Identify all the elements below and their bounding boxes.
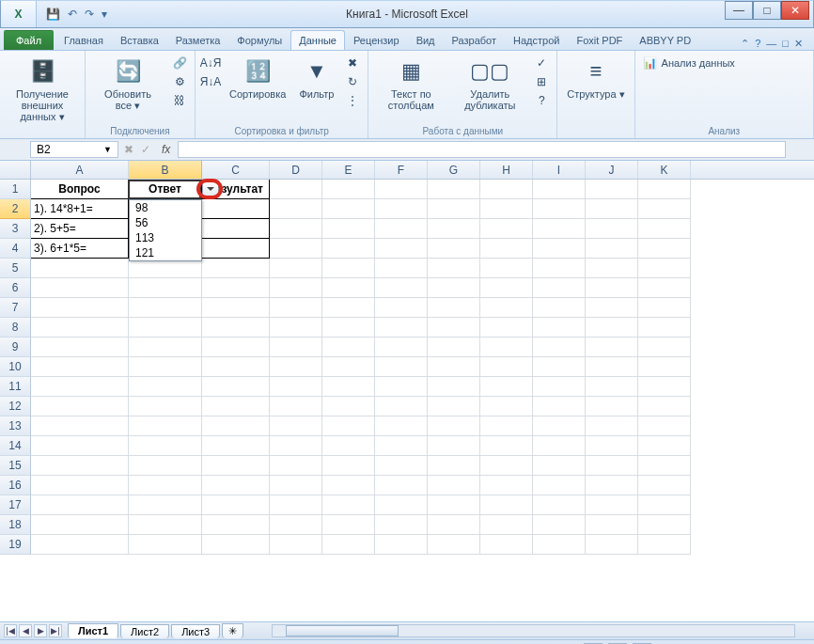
cell-C4[interactable] bbox=[202, 239, 270, 259]
cell-F3[interactable] bbox=[375, 219, 428, 239]
minimize-ribbon-icon[interactable]: ⌃ bbox=[741, 38, 749, 50]
cell-D3[interactable] bbox=[270, 219, 322, 239]
remove-duplicates-button[interactable]: ▢▢ Удалить дубликаты bbox=[453, 55, 526, 113]
cell-D17[interactable] bbox=[270, 495, 322, 515]
get-external-data-button[interactable]: 🗄️ Получение внешних данных ▾ bbox=[6, 55, 79, 124]
cell-J9[interactable] bbox=[586, 338, 638, 357]
row-header-7[interactable]: 7 bbox=[0, 298, 31, 318]
workbook-restore-icon[interactable]: □ bbox=[782, 38, 789, 50]
cell-K4[interactable] bbox=[638, 239, 691, 259]
cell-K5[interactable] bbox=[638, 259, 691, 278]
cell-B16[interactable] bbox=[129, 476, 202, 495]
cell-C2[interactable] bbox=[202, 199, 270, 219]
name-box[interactable]: B2 ▼ bbox=[30, 141, 118, 158]
cell-K14[interactable] bbox=[638, 436, 691, 456]
cell-C13[interactable] bbox=[202, 416, 270, 436]
cell-C7[interactable] bbox=[202, 298, 270, 318]
cell-G16[interactable] bbox=[428, 476, 480, 495]
cell-I14[interactable] bbox=[533, 436, 586, 456]
filter-button[interactable]: ▼ Фильтр bbox=[295, 55, 337, 102]
cell-C11[interactable] bbox=[202, 377, 270, 397]
cell-G18[interactable] bbox=[428, 515, 480, 535]
cell-H15[interactable] bbox=[480, 456, 533, 476]
scrollbar-thumb[interactable] bbox=[286, 625, 399, 636]
cell-I17[interactable] bbox=[533, 495, 586, 515]
cell-K12[interactable] bbox=[638, 397, 691, 416]
cell-G3[interactable] bbox=[428, 219, 480, 239]
sheet-tab-2[interactable]: Лист2 bbox=[120, 624, 169, 638]
cell-G9[interactable] bbox=[428, 338, 480, 357]
cell-J10[interactable] bbox=[586, 357, 638, 377]
cell-H17[interactable] bbox=[480, 495, 533, 515]
cell-E9[interactable] bbox=[322, 338, 375, 357]
cell-F11[interactable] bbox=[375, 377, 428, 397]
tab-data[interactable]: Данные bbox=[290, 30, 345, 50]
cell-H3[interactable] bbox=[480, 219, 533, 239]
cell-I5[interactable] bbox=[533, 259, 586, 278]
cell-J16[interactable] bbox=[586, 476, 638, 495]
cell-C14[interactable] bbox=[202, 436, 270, 456]
minimize-button[interactable]: — bbox=[725, 1, 753, 20]
cell-I16[interactable] bbox=[533, 476, 586, 495]
cell-J12[interactable] bbox=[586, 397, 638, 416]
cell-I10[interactable] bbox=[533, 357, 586, 377]
cell-B12[interactable] bbox=[129, 397, 202, 416]
cell-G19[interactable] bbox=[428, 535, 480, 555]
cell-I2[interactable] bbox=[533, 199, 586, 219]
cell-C9[interactable] bbox=[202, 338, 270, 357]
row-header-10[interactable]: 10 bbox=[0, 357, 31, 377]
cell-D9[interactable] bbox=[270, 338, 322, 357]
dropdown-item[interactable]: 113 bbox=[130, 230, 201, 245]
cell-J7[interactable] bbox=[586, 298, 638, 318]
cell-H7[interactable] bbox=[480, 298, 533, 318]
cell-I4[interactable] bbox=[533, 239, 586, 259]
cell-D4[interactable] bbox=[270, 239, 322, 259]
cell-D14[interactable] bbox=[270, 436, 322, 456]
cell-K2[interactable] bbox=[638, 199, 691, 219]
row-header-18[interactable]: 18 bbox=[0, 515, 31, 535]
sheet-next-icon[interactable]: ▶ bbox=[34, 624, 47, 637]
cell-F15[interactable] bbox=[375, 456, 428, 476]
cell-B11[interactable] bbox=[129, 377, 202, 397]
row-header-4[interactable]: 4 bbox=[0, 239, 31, 259]
cell-G17[interactable] bbox=[428, 495, 480, 515]
row-header-15[interactable]: 15 bbox=[0, 456, 31, 476]
cell-J17[interactable] bbox=[586, 495, 638, 515]
cell-H10[interactable] bbox=[480, 357, 533, 377]
cell-D2[interactable] bbox=[270, 199, 322, 219]
cell-K7[interactable] bbox=[638, 298, 691, 318]
col-header-G[interactable]: G bbox=[428, 161, 480, 179]
cell-A4[interactable]: 3). 6+1*5= bbox=[31, 239, 129, 259]
undo-icon[interactable]: ↶ bbox=[68, 8, 77, 21]
cell-C8[interactable] bbox=[202, 318, 270, 338]
cell-K18[interactable] bbox=[638, 515, 691, 535]
cell-D16[interactable] bbox=[270, 476, 322, 495]
cell-I6[interactable] bbox=[533, 278, 586, 298]
cell-E10[interactable] bbox=[322, 357, 375, 377]
cell-D5[interactable] bbox=[270, 259, 322, 278]
cell-G11[interactable] bbox=[428, 377, 480, 397]
cell-A16[interactable] bbox=[31, 476, 129, 495]
cell-H19[interactable] bbox=[480, 535, 533, 555]
row-header-9[interactable]: 9 bbox=[0, 338, 31, 357]
cell-A17[interactable] bbox=[31, 495, 129, 515]
maximize-button[interactable]: □ bbox=[753, 1, 781, 20]
cell-H9[interactable] bbox=[480, 338, 533, 357]
formula-input[interactable] bbox=[178, 141, 786, 158]
cell-J8[interactable] bbox=[586, 318, 638, 338]
col-header-C[interactable]: C bbox=[202, 161, 270, 179]
whatif-button[interactable]: ? bbox=[532, 92, 551, 109]
col-header-J[interactable]: J bbox=[586, 161, 638, 179]
text-to-columns-button[interactable]: ▦ Текст по столбцам bbox=[374, 55, 447, 113]
cancel-icon[interactable]: ✖ bbox=[120, 143, 137, 156]
cell-F9[interactable] bbox=[375, 338, 428, 357]
cell-A10[interactable] bbox=[31, 357, 129, 377]
cell-I8[interactable] bbox=[533, 318, 586, 338]
cell-G6[interactable] bbox=[428, 278, 480, 298]
sheet-prev-icon[interactable]: ◀ bbox=[19, 624, 32, 637]
cell-G1[interactable] bbox=[428, 180, 480, 199]
cell-B5[interactable] bbox=[129, 259, 202, 278]
dropdown-item[interactable]: 56 bbox=[130, 215, 201, 230]
redo-icon[interactable]: ↷ bbox=[85, 8, 94, 21]
cell-E1[interactable] bbox=[322, 180, 375, 199]
